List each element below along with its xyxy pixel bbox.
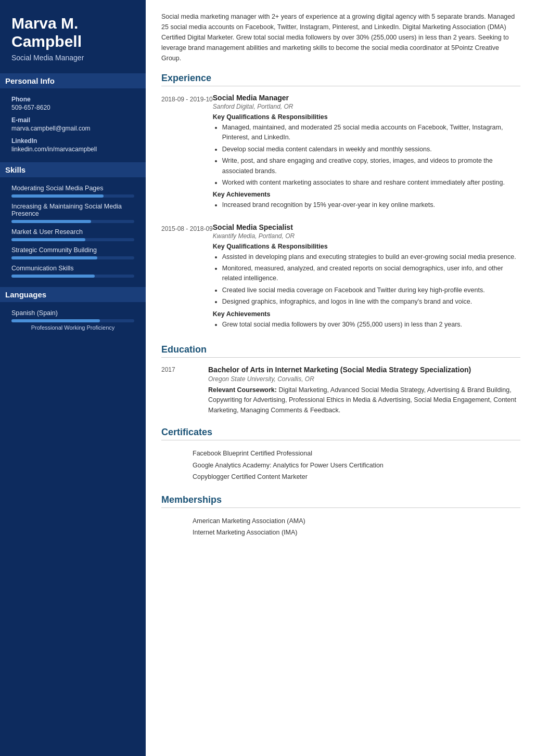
email-label: E-mail <box>11 116 134 124</box>
membership-item: Internet Marketing Association (IMA) <box>193 527 520 539</box>
linkedin-label: LinkedIn <box>11 137 134 145</box>
skills-container: Moderating Social Media Pages Increasing… <box>11 185 134 278</box>
certificate-item: Facebook Blueprint Certified Professiona… <box>193 448 520 460</box>
exp-job-title: Social Media Manager <box>213 94 520 102</box>
achievements-header: Key Achievements <box>213 191 520 198</box>
edu-date: 2017 <box>161 365 208 415</box>
experience-entry: 2015-08 - 2018-09 Social Media Specialis… <box>161 223 520 333</box>
skill-bar-bg <box>11 275 134 278</box>
achievements-bullets: Increased brand recognition by 15% year-… <box>213 200 520 210</box>
languages-header: Languages <box>0 287 146 302</box>
skills-header: Skills <box>0 162 146 177</box>
certificate-item: Google Analytics Academy: Analytics for … <box>193 460 520 472</box>
quals-header: Key Qualifications & Responsibilities <box>213 113 520 121</box>
edu-coursework: Relevant Coursework: Digital Marketing, … <box>208 385 520 415</box>
achievements-header: Key Achievements <box>213 310 520 318</box>
skill-name: Moderating Social Media Pages <box>11 185 134 192</box>
experience-header: Experience <box>161 73 520 86</box>
bullet-item: Develop social media content calendars i… <box>222 145 520 154</box>
skill-item: Increasing & Maintaining Social Media Pr… <box>11 203 134 223</box>
education-container: 2017 Bachelor of Arts in Internet Market… <box>161 365 520 415</box>
skill-item: Market & User Research <box>11 228 134 241</box>
skill-bar-fill <box>11 256 97 259</box>
personal-info-header: Personal Info <box>0 73 146 88</box>
experience-container: 2018-09 - 2019-10 Social Media Manager S… <box>161 94 520 333</box>
skill-name: Communication Skills <box>11 265 134 272</box>
exp-company: Sanford Digital, Portland, OR <box>213 103 520 110</box>
exp-content: Social Media Manager Sanford Digital, Po… <box>213 94 520 214</box>
skill-bar-bg <box>11 256 134 259</box>
exp-company: Kwantify Media, Portland, OR <box>213 232 520 240</box>
email-value: marva.campbell@gmail.com <box>11 125 134 132</box>
candidate-name: Marva M. Campbell <box>11 15 134 50</box>
candidate-title: Social Media Manager <box>11 54 134 62</box>
skill-item: Communication Skills <box>11 265 134 278</box>
edu-degree: Bachelor of Arts in Internet Marketing (… <box>208 365 520 374</box>
memberships-list: American Marketing Association (AMA)Inte… <box>161 515 520 539</box>
achievements-bullets: Grew total social media followers by ove… <box>213 320 520 330</box>
quals-bullets: Assisted in developing plans and executi… <box>213 252 520 307</box>
sidebar: Marva M. Campbell Social Media Manager P… <box>0 0 146 756</box>
education-entry: 2017 Bachelor of Arts in Internet Market… <box>161 365 520 415</box>
experience-section: Experience 2018-09 - 2019-10 Social Medi… <box>161 73 520 333</box>
bullet-item: Created live social media coverage on Fa… <box>222 285 520 295</box>
language-bar-fill <box>11 319 100 322</box>
experience-entry: 2018-09 - 2019-10 Social Media Manager S… <box>161 94 520 214</box>
language-name: Spanish (Spain) <box>11 309 134 317</box>
skill-bar-bg <box>11 238 134 241</box>
languages-container: Spanish (Spain) Professional Working Pro… <box>11 309 134 331</box>
skill-bar-bg <box>11 220 134 223</box>
language-item: Spanish (Spain) Professional Working Pro… <box>11 309 134 331</box>
quals-bullets: Managed, maintained, and moderated 25 so… <box>213 123 520 188</box>
skill-name: Market & User Research <box>11 228 134 236</box>
edu-content: Bachelor of Arts in Internet Marketing (… <box>208 365 520 415</box>
achievement-item: Grew total social media followers by ove… <box>222 320 520 330</box>
language-proficiency: Professional Working Proficiency <box>11 324 134 331</box>
bullet-item: Write, post, and share engaging and crea… <box>222 156 520 176</box>
memberships-header: Memberships <box>161 494 520 508</box>
exp-date: 2015-08 - 2018-09 <box>161 223 213 333</box>
phone-label: Phone <box>11 96 134 103</box>
exp-job-title: Social Media Specialist <box>213 223 520 231</box>
bullet-item: Worked with content marketing associates… <box>222 178 520 188</box>
bullet-item: Monitored, measured, analyzed, and creat… <box>222 264 520 284</box>
main-content: Social media marketing manager with 2+ y… <box>146 0 536 756</box>
skill-name: Strategic Community Building <box>11 246 134 254</box>
certificates-list: Facebook Blueprint Certified Professiona… <box>161 448 520 483</box>
summary-text: Social media marketing manager with 2+ y… <box>161 11 520 63</box>
skill-item: Moderating Social Media Pages <box>11 185 134 198</box>
skill-bar-fill <box>11 238 85 241</box>
skill-bar-fill <box>11 275 95 278</box>
certificate-item: Copyblogger Certified Content Marketer <box>193 471 520 483</box>
skill-name: Increasing & Maintaining Social Media Pr… <box>11 203 134 217</box>
skill-bar-fill <box>11 194 104 198</box>
certificates-section: Certificates Facebook Blueprint Certifie… <box>161 427 520 483</box>
edu-school: Oregon State University, Corvallis, OR <box>208 375 520 383</box>
quals-header: Key Qualifications & Responsibilities <box>213 243 520 250</box>
skill-bar-fill <box>11 220 91 223</box>
skill-bar-bg <box>11 194 134 198</box>
achievement-item: Increased brand recognition by 15% year-… <box>222 200 520 210</box>
exp-content: Social Media Specialist Kwantify Media, … <box>213 223 520 333</box>
resume-wrapper: Marva M. Campbell Social Media Manager P… <box>0 0 536 756</box>
education-header: Education <box>161 344 520 358</box>
memberships-section: Memberships American Marketing Associati… <box>161 494 520 539</box>
bullet-item: Assisted in developing plans and executi… <box>222 252 520 262</box>
exp-date: 2018-09 - 2019-10 <box>161 94 213 214</box>
linkedin-value: linkedin.com/in/marvacampbell <box>11 146 134 153</box>
phone-value: 509-657-8620 <box>11 104 134 111</box>
education-section: Education 2017 Bachelor of Arts in Inter… <box>161 344 520 415</box>
certificates-header: Certificates <box>161 427 520 440</box>
language-bar-bg <box>11 319 134 322</box>
skill-item: Strategic Community Building <box>11 246 134 259</box>
bullet-item: Designed graphics, infographics, and log… <box>222 297 520 307</box>
membership-item: American Marketing Association (AMA) <box>193 515 520 527</box>
bullet-item: Managed, maintained, and moderated 25 so… <box>222 123 520 143</box>
